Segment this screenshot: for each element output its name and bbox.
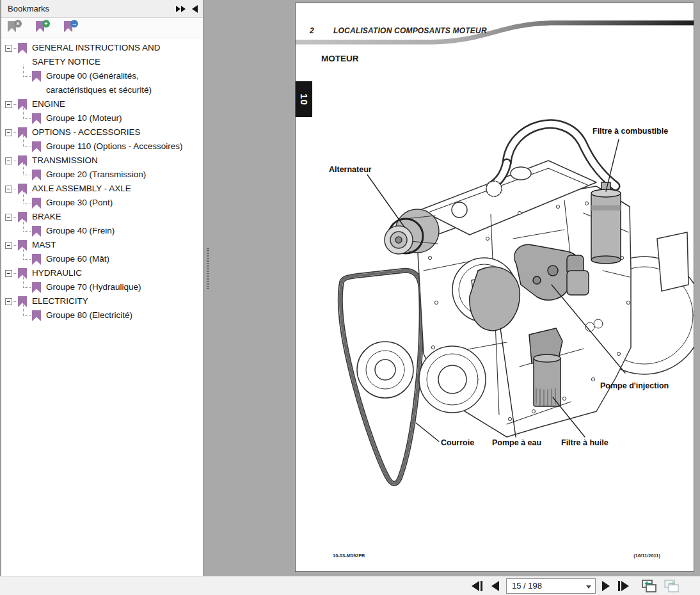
arrow-badge-icon: → [70,20,78,28]
bookmarks-panel: Bookmarks × + → GENERAL INSTRUCTIONS AND… [0,0,203,576]
bookmark-child-item[interactable]: Groupe 00 (Généralités, caractéristiques… [32,69,203,97]
bookmark-label: MAST [32,238,56,252]
tree-collapse-box[interactable] [5,270,12,277]
panel-splitter[interactable] [205,0,212,576]
bookmark-item[interactable]: BRAKE [1,210,203,224]
tree-collapse-box[interactable] [5,157,12,164]
oil-filter-graphic [529,328,562,406]
first-page-button[interactable] [472,580,482,592]
tree-collapse-box[interactable] [5,242,12,249]
tree-collapse-box[interactable] [5,214,12,221]
footer-date: (16/11/2011) [633,553,660,559]
bookmark-ribbon-icon [32,254,41,265]
bookmark-label: Groupe 30 (Pont) [46,196,113,210]
page-indicator: 15 / 198 [512,581,542,591]
bookmark-ribbon-icon [32,113,41,124]
bookmark-ribbon-icon [32,141,41,152]
bookmark-label: HYDRAULIC [32,266,82,280]
bookmark-label: OPTIONS - ACCESSORIES [32,125,141,139]
bookmark-item[interactable]: AXLE ASSEMBLY - AXLE [1,182,203,196]
collapse-panel-icon[interactable] [192,5,198,13]
bookmark-ribbon-icon [32,170,41,180]
bookmarks-panel-header: Bookmarks [1,0,203,18]
bookmark-child-item[interactable]: Groupe 110 (Options - Accessoires) [32,139,203,154]
bookmark-child-item[interactable]: Groupe 30 (Pont) [32,196,203,210]
bookmark-item[interactable]: OPTIONS - ACCESSORIES [1,125,203,139]
x-badge-icon: × [14,20,22,28]
panel-title: Bookmarks [8,4,176,13]
bookmark-ribbon-icon [32,282,41,293]
chevron-down-icon [586,585,591,589]
bookmarks-tree: GENERAL INSTRUCTIONS AND SAFETY NOTICEGr… [1,38,203,322]
bookmark-ribbon-icon [32,71,41,82]
tree-collapse-box[interactable] [5,45,12,52]
bookmark-item[interactable]: GENERAL INSTRUCTIONS AND SAFETY NOTICE [1,41,203,69]
bookmark-label: ENGINE [32,97,65,111]
label-injection-pump: Pompe d'injection [600,381,669,390]
section-number: 2 [310,26,314,35]
bookmark-ribbon-icon [32,310,41,321]
footer-doc-code: 10-03-M192FR [333,553,365,559]
bookmark-label: Groupe 80 (Electricité) [46,308,132,322]
plus-badge-icon: + [42,20,50,28]
bookmark-label: Groupe 70 (Hydraulique) [46,280,141,294]
bookmark-label: TRANSMISSION [32,154,98,168]
tree-collapse-box[interactable] [5,101,12,108]
bookmark-child-item[interactable]: Groupe 80 (Electricité) [32,308,203,322]
bookmark-ribbon-icon [32,226,41,237]
last-page-button[interactable] [618,580,629,592]
bookmark-item[interactable]: MAST [1,238,203,252]
bookmark-label: Groupe 10 (Moteur) [46,111,122,125]
bookmark-label: Groupe 40 (Frein) [46,224,115,238]
bookmark-child-item[interactable]: Groupe 10 (Moteur) [32,111,203,125]
bookmark-label: Groupe 00 (Généralités, caractéristiques… [46,69,198,97]
engine-diagram: Alternateur Filtre à combustible Pompe d… [296,79,694,510]
bookmark-item[interactable]: ENGINE [1,97,203,111]
bookmark-label: ELECTRICITY [32,294,88,308]
bookmark-item[interactable]: HYDRAULIC [1,266,203,280]
bookmark-label: Groupe 60 (Mât) [46,252,109,266]
bookmark-label: BRAKE [32,210,61,224]
bookmark-item[interactable]: ELECTRICITY [1,294,203,308]
go-to-bookmark-icon[interactable]: → [64,21,77,35]
bookmark-ribbon-icon [32,198,41,209]
bookmark-label: Groupe 20 (Transmission) [46,168,146,182]
delete-bookmark-icon[interactable]: × [8,21,20,35]
document-page: 2 LOCALISATION COMPOSANTS MOTEUR MOTEUR … [295,3,694,572]
bookmark-child-item[interactable]: Groupe 40 (Frein) [32,224,203,238]
label-alternator: Alternateur [329,165,372,174]
label-belt: Courroie [441,438,474,447]
bookmark-child-item[interactable]: Groupe 70 (Hydraulique) [32,280,203,294]
next-page-button[interactable] [602,580,610,592]
splitter-grip-icon [207,248,209,289]
bookmark-label: GENERAL INSTRUCTIONS AND SAFETY NOTICE [32,41,184,69]
bookmarks-toolbar: × + → [1,18,203,38]
tree-collapse-box[interactable] [5,129,12,136]
bookmark-child-item[interactable]: Groupe 20 (Transmission) [32,168,203,182]
page-number-combo[interactable]: 15 / 198 [506,578,596,594]
bookmark-label: Groupe 110 (Options - Accessoires) [46,139,183,154]
page-heading: MOTEUR [321,54,359,63]
bookmark-label: AXLE ASSEMBLY - AXLE [32,182,131,196]
previous-view-button[interactable] [640,579,657,593]
tree-collapse-box[interactable] [5,298,12,305]
expand-options-double-arrow-icon[interactable] [176,6,186,12]
page-navigation-bar: 15 / 198 [0,576,700,595]
bookmark-ribbon-icon [18,43,27,54]
label-oil-filter: Filtre à huile [561,438,609,447]
section-title: LOCALISATION COMPOSANTS MOTEUR [333,26,487,35]
bookmark-item[interactable]: TRANSMISSION [1,154,203,168]
label-fuel-filter: Filtre à combustible [593,127,668,136]
next-view-button[interactable] [663,579,680,593]
alternator-graphic [385,209,439,254]
tree-collapse-box[interactable] [5,186,12,193]
previous-page-button[interactable] [491,580,499,592]
bookmark-child-item[interactable]: Groupe 60 (Mât) [32,252,203,266]
new-bookmark-icon[interactable]: + [36,21,49,35]
label-water-pump: Pompe à eau [492,438,541,447]
